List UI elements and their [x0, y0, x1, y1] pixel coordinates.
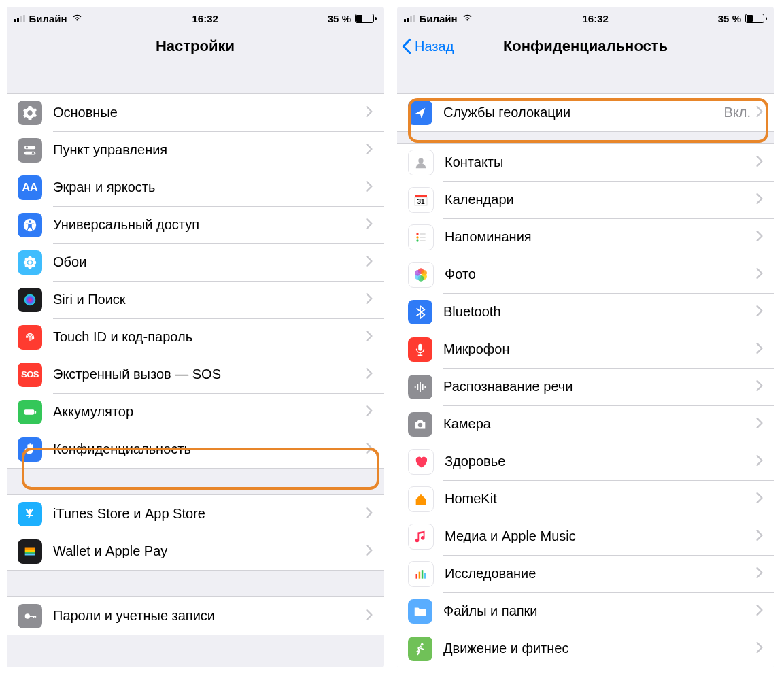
chevron-icon [756, 380, 763, 394]
row-calendars[interactable]: 31Календари [397, 181, 774, 218]
row-touchid[interactable]: Touch ID и код-пароль [7, 318, 384, 356]
svg-point-2 [26, 146, 28, 148]
svg-rect-25 [35, 616, 36, 618]
back-button[interactable]: Назад [401, 38, 454, 54]
row-label: Файлы и папки [443, 603, 756, 619]
battery-pct: 35 % [718, 13, 741, 24]
wifi-icon [71, 12, 83, 25]
row-photos[interactable]: Фото [397, 256, 774, 293]
battery-icon [745, 14, 767, 23]
fingerprint-icon [18, 325, 42, 350]
row-speech[interactable]: Распознавание речи [397, 368, 774, 405]
chevron-icon [366, 368, 373, 382]
row-general[interactable]: Основные [7, 94, 384, 131]
svg-point-41 [415, 269, 421, 275]
row-homekit[interactable]: HomeKit [397, 480, 774, 518]
camera-icon [408, 412, 432, 437]
chevron-icon [756, 268, 763, 282]
waveform-icon [408, 375, 432, 399]
row-label: Движение и фитнес [443, 641, 756, 656]
row-files[interactable]: Файлы и папки [397, 592, 774, 630]
chevron-icon [756, 605, 763, 618]
battery-pct: 35 % [328, 13, 351, 24]
svg-rect-35 [420, 240, 425, 241]
row-media[interactable]: Медиа и Apple Music [397, 518, 774, 555]
row-label: Bluetooth [443, 304, 756, 320]
chevron-icon [756, 455, 763, 469]
chevron-icon [756, 492, 763, 506]
svg-rect-17 [35, 411, 36, 414]
chevron-icon [756, 305, 763, 319]
svg-point-5 [29, 220, 31, 223]
row-label: Пункт управления [53, 142, 366, 158]
gear-icon [18, 101, 42, 125]
privacy-group-2: Контакты 31Календари Напоминания Фото Bl… [397, 143, 774, 667]
row-microphone[interactable]: Микрофон [397, 331, 774, 368]
location-arrow-icon [408, 101, 432, 125]
row-sos[interactable]: SOSЭкстренный вызов — SOS [7, 356, 384, 393]
svg-rect-27 [415, 195, 427, 197]
chevron-icon [756, 193, 763, 207]
row-battery[interactable]: Аккумулятор [7, 393, 384, 431]
row-contacts[interactable]: Контакты [397, 144, 774, 181]
privacy-group-1: Службы геолокацииВкл. [397, 93, 774, 132]
svg-rect-24 [33, 616, 35, 618]
row-label: Напоминания [445, 229, 756, 245]
key-icon [18, 604, 42, 628]
row-label: Здоровье [445, 454, 756, 469]
row-label: Аккумулятор [53, 404, 366, 420]
row-control-center[interactable]: Пункт управления [7, 131, 384, 169]
svg-point-6 [28, 260, 32, 265]
settings-screen: Билайн 16:32 35 % Настройки Основные Пун… [7, 7, 384, 667]
row-label: Медиа и Apple Music [445, 528, 756, 544]
photos-icon [408, 262, 434, 288]
svg-point-32 [416, 239, 418, 241]
row-wallpaper[interactable]: Обои [7, 243, 384, 281]
svg-rect-33 [420, 233, 425, 235]
row-label: Экран и яркость [53, 180, 366, 195]
settings-group-3: Пароли и учетные записи [7, 596, 384, 635]
row-camera[interactable]: Камера [397, 405, 774, 443]
svg-point-30 [416, 233, 418, 235]
battery-icon [355, 14, 377, 23]
row-label: Экстренный вызов — SOS [53, 367, 366, 382]
row-research[interactable]: Исследование [397, 555, 774, 592]
carrier-label: Билайн [29, 13, 67, 24]
svg-rect-34 [420, 237, 425, 238]
row-label: Контакты [445, 154, 756, 170]
row-label: Touch ID и код-пароль [53, 329, 366, 345]
svg-point-53 [421, 643, 424, 645]
row-bluetooth[interactable]: Bluetooth [397, 293, 774, 331]
toggles-icon [18, 138, 42, 163]
svg-rect-46 [422, 384, 424, 390]
chevron-icon [366, 181, 373, 195]
home-icon [408, 486, 434, 512]
nav-bar: Настройки [7, 26, 384, 67]
row-location[interactable]: Службы геолокацииВкл. [397, 94, 774, 131]
row-accessibility[interactable]: Универсальный доступ [7, 206, 384, 243]
row-passwords[interactable]: Пароли и учетные записи [7, 597, 384, 635]
row-reminders[interactable]: Напоминания [397, 218, 774, 256]
row-wallet[interactable]: Wallet и Apple Pay [7, 533, 384, 570]
row-label: Siri и Поиск [53, 292, 366, 307]
row-motion[interactable]: Движение и фитнес [397, 630, 774, 667]
row-label: Календари [445, 192, 756, 207]
chevron-icon [366, 218, 373, 232]
folder-icon [408, 599, 432, 624]
chevron-icon [366, 609, 373, 623]
chevron-icon [366, 545, 373, 558]
row-display[interactable]: AAЭкран и яркость [7, 169, 384, 206]
row-siri[interactable]: Siri и Поиск [7, 281, 384, 318]
svg-point-31 [416, 236, 418, 238]
svg-rect-20 [25, 552, 35, 554]
row-appstore[interactable]: iTunes Store и App Store [7, 495, 384, 533]
svg-rect-23 [29, 616, 35, 617]
svg-rect-19 [25, 550, 35, 552]
research-bars-icon [408, 561, 434, 587]
chevron-icon [756, 343, 763, 356]
svg-rect-44 [417, 384, 418, 390]
row-health[interactable]: Здоровье [397, 443, 774, 480]
calendar-icon: 31 [408, 187, 434, 213]
row-privacy[interactable]: Конфиденциальность [7, 431, 384, 468]
chevron-icon [366, 405, 373, 419]
